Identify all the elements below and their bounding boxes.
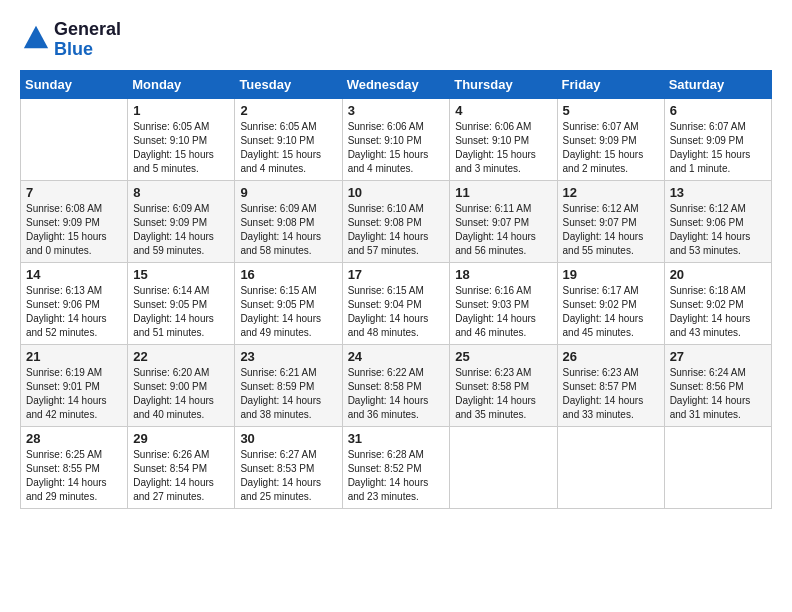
day-info: Sunrise: 6:08 AM Sunset: 9:09 PM Dayligh…: [26, 202, 122, 258]
day-number: 24: [348, 349, 445, 364]
day-number: 12: [563, 185, 659, 200]
day-info: Sunrise: 6:23 AM Sunset: 8:57 PM Dayligh…: [563, 366, 659, 422]
day-number: 13: [670, 185, 766, 200]
day-number: 3: [348, 103, 445, 118]
calendar-day-cell: 25Sunrise: 6:23 AM Sunset: 8:58 PM Dayli…: [450, 344, 557, 426]
day-number: 11: [455, 185, 551, 200]
logo-icon: [22, 24, 50, 52]
calendar-week-row: 14Sunrise: 6:13 AM Sunset: 9:06 PM Dayli…: [21, 262, 772, 344]
calendar-week-row: 21Sunrise: 6:19 AM Sunset: 9:01 PM Dayli…: [21, 344, 772, 426]
day-info: Sunrise: 6:05 AM Sunset: 9:10 PM Dayligh…: [240, 120, 336, 176]
calendar-day-cell: 27Sunrise: 6:24 AM Sunset: 8:56 PM Dayli…: [664, 344, 771, 426]
calendar-day-cell: 28Sunrise: 6:25 AM Sunset: 8:55 PM Dayli…: [21, 426, 128, 508]
calendar-day-cell: 26Sunrise: 6:23 AM Sunset: 8:57 PM Dayli…: [557, 344, 664, 426]
calendar-day-cell: 13Sunrise: 6:12 AM Sunset: 9:06 PM Dayli…: [664, 180, 771, 262]
calendar-day-cell: 15Sunrise: 6:14 AM Sunset: 9:05 PM Dayli…: [128, 262, 235, 344]
day-number: 29: [133, 431, 229, 446]
calendar-day-header: Monday: [128, 70, 235, 98]
calendar-header-row: SundayMondayTuesdayWednesdayThursdayFrid…: [21, 70, 772, 98]
calendar-day-cell: 14Sunrise: 6:13 AM Sunset: 9:06 PM Dayli…: [21, 262, 128, 344]
calendar-day-cell: 3Sunrise: 6:06 AM Sunset: 9:10 PM Daylig…: [342, 98, 450, 180]
day-info: Sunrise: 6:14 AM Sunset: 9:05 PM Dayligh…: [133, 284, 229, 340]
calendar-week-row: 1Sunrise: 6:05 AM Sunset: 9:10 PM Daylig…: [21, 98, 772, 180]
day-info: Sunrise: 6:22 AM Sunset: 8:58 PM Dayligh…: [348, 366, 445, 422]
day-info: Sunrise: 6:05 AM Sunset: 9:10 PM Dayligh…: [133, 120, 229, 176]
day-info: Sunrise: 6:26 AM Sunset: 8:54 PM Dayligh…: [133, 448, 229, 504]
calendar-day-cell: 7Sunrise: 6:08 AM Sunset: 9:09 PM Daylig…: [21, 180, 128, 262]
day-number: 8: [133, 185, 229, 200]
calendar-day-cell: 12Sunrise: 6:12 AM Sunset: 9:07 PM Dayli…: [557, 180, 664, 262]
day-info: Sunrise: 6:23 AM Sunset: 8:58 PM Dayligh…: [455, 366, 551, 422]
calendar-week-row: 28Sunrise: 6:25 AM Sunset: 8:55 PM Dayli…: [21, 426, 772, 508]
day-info: Sunrise: 6:25 AM Sunset: 8:55 PM Dayligh…: [26, 448, 122, 504]
calendar-day-header: Friday: [557, 70, 664, 98]
day-number: 23: [240, 349, 336, 364]
day-info: Sunrise: 6:15 AM Sunset: 9:04 PM Dayligh…: [348, 284, 445, 340]
day-info: Sunrise: 6:06 AM Sunset: 9:10 PM Dayligh…: [455, 120, 551, 176]
calendar-day-cell: 22Sunrise: 6:20 AM Sunset: 9:00 PM Dayli…: [128, 344, 235, 426]
day-info: Sunrise: 6:20 AM Sunset: 9:00 PM Dayligh…: [133, 366, 229, 422]
calendar-day-cell: 2Sunrise: 6:05 AM Sunset: 9:10 PM Daylig…: [235, 98, 342, 180]
calendar-day-cell: 18Sunrise: 6:16 AM Sunset: 9:03 PM Dayli…: [450, 262, 557, 344]
day-number: 22: [133, 349, 229, 364]
calendar-day-cell: 24Sunrise: 6:22 AM Sunset: 8:58 PM Dayli…: [342, 344, 450, 426]
calendar-day-cell: 5Sunrise: 6:07 AM Sunset: 9:09 PM Daylig…: [557, 98, 664, 180]
page-header: General Blue: [20, 20, 772, 60]
calendar-day-cell: 1Sunrise: 6:05 AM Sunset: 9:10 PM Daylig…: [128, 98, 235, 180]
calendar-day-cell: 29Sunrise: 6:26 AM Sunset: 8:54 PM Dayli…: [128, 426, 235, 508]
calendar-day-cell: 23Sunrise: 6:21 AM Sunset: 8:59 PM Dayli…: [235, 344, 342, 426]
day-number: 2: [240, 103, 336, 118]
calendar-day-cell: 17Sunrise: 6:15 AM Sunset: 9:04 PM Dayli…: [342, 262, 450, 344]
day-info: Sunrise: 6:15 AM Sunset: 9:05 PM Dayligh…: [240, 284, 336, 340]
day-number: 6: [670, 103, 766, 118]
day-number: 19: [563, 267, 659, 282]
calendar-day-header: Wednesday: [342, 70, 450, 98]
day-number: 1: [133, 103, 229, 118]
day-info: Sunrise: 6:16 AM Sunset: 9:03 PM Dayligh…: [455, 284, 551, 340]
calendar-day-header: Saturday: [664, 70, 771, 98]
calendar-day-cell: 30Sunrise: 6:27 AM Sunset: 8:53 PM Dayli…: [235, 426, 342, 508]
day-number: 27: [670, 349, 766, 364]
day-number: 20: [670, 267, 766, 282]
day-number: 4: [455, 103, 551, 118]
day-info: Sunrise: 6:07 AM Sunset: 9:09 PM Dayligh…: [563, 120, 659, 176]
day-info: Sunrise: 6:27 AM Sunset: 8:53 PM Dayligh…: [240, 448, 336, 504]
calendar-day-cell: 11Sunrise: 6:11 AM Sunset: 9:07 PM Dayli…: [450, 180, 557, 262]
calendar-day-cell: 6Sunrise: 6:07 AM Sunset: 9:09 PM Daylig…: [664, 98, 771, 180]
day-number: 18: [455, 267, 551, 282]
day-number: 30: [240, 431, 336, 446]
day-number: 10: [348, 185, 445, 200]
day-number: 9: [240, 185, 336, 200]
calendar-day-cell: 10Sunrise: 6:10 AM Sunset: 9:08 PM Dayli…: [342, 180, 450, 262]
day-info: Sunrise: 6:12 AM Sunset: 9:07 PM Dayligh…: [563, 202, 659, 258]
day-info: Sunrise: 6:10 AM Sunset: 9:08 PM Dayligh…: [348, 202, 445, 258]
day-info: Sunrise: 6:21 AM Sunset: 8:59 PM Dayligh…: [240, 366, 336, 422]
calendar-week-row: 7Sunrise: 6:08 AM Sunset: 9:09 PM Daylig…: [21, 180, 772, 262]
logo-line1: General: [54, 20, 121, 40]
calendar-day-cell: [664, 426, 771, 508]
day-number: 25: [455, 349, 551, 364]
calendar-day-header: Tuesday: [235, 70, 342, 98]
day-number: 14: [26, 267, 122, 282]
day-number: 16: [240, 267, 336, 282]
day-info: Sunrise: 6:13 AM Sunset: 9:06 PM Dayligh…: [26, 284, 122, 340]
calendar-day-cell: [450, 426, 557, 508]
day-number: 21: [26, 349, 122, 364]
day-info: Sunrise: 6:24 AM Sunset: 8:56 PM Dayligh…: [670, 366, 766, 422]
day-info: Sunrise: 6:09 AM Sunset: 9:09 PM Dayligh…: [133, 202, 229, 258]
calendar-day-cell: 4Sunrise: 6:06 AM Sunset: 9:10 PM Daylig…: [450, 98, 557, 180]
day-number: 26: [563, 349, 659, 364]
calendar-day-cell: [21, 98, 128, 180]
day-info: Sunrise: 6:19 AM Sunset: 9:01 PM Dayligh…: [26, 366, 122, 422]
svg-marker-0: [24, 26, 48, 48]
day-info: Sunrise: 6:12 AM Sunset: 9:06 PM Dayligh…: [670, 202, 766, 258]
day-info: Sunrise: 6:11 AM Sunset: 9:07 PM Dayligh…: [455, 202, 551, 258]
logo-line2: Blue: [54, 40, 121, 60]
calendar-day-header: Thursday: [450, 70, 557, 98]
day-info: Sunrise: 6:06 AM Sunset: 9:10 PM Dayligh…: [348, 120, 445, 176]
day-info: Sunrise: 6:09 AM Sunset: 9:08 PM Dayligh…: [240, 202, 336, 258]
day-number: 5: [563, 103, 659, 118]
day-info: Sunrise: 6:18 AM Sunset: 9:02 PM Dayligh…: [670, 284, 766, 340]
calendar-day-cell: 20Sunrise: 6:18 AM Sunset: 9:02 PM Dayli…: [664, 262, 771, 344]
logo: General Blue: [20, 20, 121, 60]
